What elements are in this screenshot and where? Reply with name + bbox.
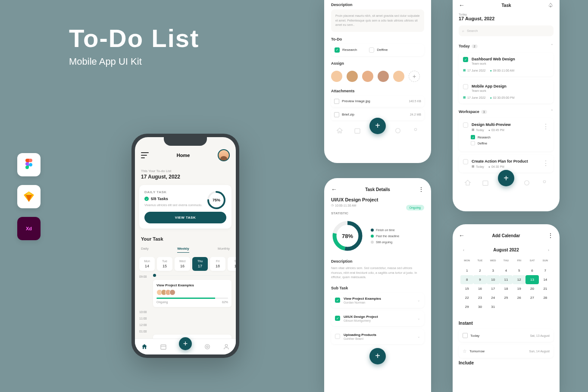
more-icon[interactable]: ⋮ [542,159,549,167]
cal-day[interactable]: 18 [500,284,513,293]
cal-day[interactable]: 26 [513,293,525,302]
checkbox-empty-icon[interactable] [369,47,374,53]
cal-day[interactable]: 2 [473,266,486,275]
chevron-down-icon[interactable]: ⌄ [417,298,420,302]
cal-day[interactable]: 17 [487,284,500,293]
fab-add-button[interactable]: + [369,118,386,134]
task-card[interactable]: Mobile App DesignTeam work ▦17 June 2022… [459,80,554,103]
profile-icon[interactable] [223,343,230,350]
assignee-avatar[interactable] [347,71,358,82]
checkbox-checked-icon[interactable]: ✓ [471,135,475,139]
subtask-row[interactable]: ✓View Project ExamplesGordan Norman⌄ [331,293,424,308]
add-assignee-button[interactable]: + [409,71,420,82]
settings-icon[interactable] [204,343,211,350]
cal-day[interactable]: 23 [473,293,486,302]
cal-day[interactable]: 27 [525,293,538,302]
bell-icon[interactable]: ♤ [548,2,554,9]
subtask-row[interactable]: Uploading ProductsGohther Beard⌄ [331,329,424,344]
cal-day[interactable]: 30 [473,302,486,311]
assignee-avatar[interactable] [393,71,404,82]
cal-day[interactable]: 21 [539,284,552,293]
more-icon[interactable]: ⋮ [542,122,549,131]
subtask-row[interactable]: ✓UI/UX Design ProjectGibson Montgomery⌄ [331,311,424,326]
prev-month-icon[interactable]: ‹ [463,248,464,252]
checkbox-empty-icon[interactable] [463,122,468,128]
attachment-row[interactable]: Preview Image.jpg140.5 KB [331,96,424,107]
checkbox-empty-icon[interactable] [471,141,475,145]
chevron-up-icon[interactable]: ⌃ [550,109,554,113]
avatar[interactable] [218,149,230,161]
checkbox-empty-icon[interactable] [463,84,468,89]
cal-day-selected[interactable]: 13 [525,275,538,284]
cal-day[interactable]: 28 [539,293,552,302]
more-icon[interactable]: ⋮ [418,186,424,193]
next-month-icon[interactable]: › [548,248,549,252]
day-chip[interactable]: Fri18 [210,257,225,271]
cal-day[interactable]: 14 [539,275,552,284]
cal-day[interactable]: 3 [487,266,500,275]
cal-day[interactable]: 31 [487,302,500,311]
home-icon[interactable] [336,127,343,134]
settings-icon[interactable] [523,179,530,186]
task-card[interactable]: ✓Dashboard Web DesignTeam work ▦17 June … [459,53,554,76]
tab-daily[interactable]: Daily [141,245,149,253]
day-chip[interactable]: Tue15 [157,257,172,271]
home-icon[interactable] [464,179,471,186]
todo-item[interactable]: ✓Research [335,47,357,53]
view-task-button[interactable]: VIEW TASK [144,212,226,223]
settings-icon[interactable] [394,127,401,134]
back-icon[interactable]: ← [459,2,465,9]
profile-icon[interactable] [541,179,548,186]
search-input[interactable]: ⌕Search [459,25,554,36]
day-chip-active[interactable]: Thu17 [192,257,208,271]
cal-day[interactable]: 10 [487,275,500,284]
cal-day[interactable]: 20 [525,284,538,293]
day-chip[interactable]: Mon14 [139,257,155,271]
day-chip[interactable]: Wed16 [175,257,190,271]
fab-add-button[interactable]: + [179,337,192,350]
fab-add-button[interactable]: + [369,348,386,364]
cal-day[interactable]: 16 [473,284,486,293]
cal-day[interactable]: 15 [460,284,473,293]
cal-day[interactable]: 29 [460,302,473,311]
cal-day[interactable]: 8 [460,275,473,284]
cal-day[interactable]: 24 [487,293,500,302]
cal-day[interactable]: 1 [460,266,473,275]
tab-weekly[interactable]: Weekly [177,245,189,253]
home-icon[interactable] [141,343,148,350]
more-icon[interactable]: ⋮ [547,232,554,239]
checkbox-checked-icon[interactable]: ✓ [335,316,340,321]
calendar-icon[interactable] [354,127,361,134]
assignee-avatar[interactable] [331,71,342,82]
event-card[interactable]: View Project Examples Ongoing82% [153,280,231,307]
cal-day[interactable]: 11 [500,275,513,284]
menu-icon[interactable] [141,152,149,158]
todo-item[interactable]: Deffine [369,47,388,53]
tab-monthly[interactable]: Monthly [218,245,230,253]
chevron-down-icon[interactable]: ⌄ [417,317,420,320]
cal-day[interactable]: 22 [460,293,473,302]
back-icon[interactable]: ← [459,232,465,239]
cal-day[interactable]: 12 [513,275,525,284]
fab-add-button[interactable]: + [498,170,514,186]
day-chip[interactable]: S1 [228,257,236,271]
calendar-icon[interactable] [160,343,167,350]
assignee-avatar[interactable] [378,71,389,82]
profile-icon[interactable] [412,127,419,134]
assignee-avatar[interactable] [362,71,373,82]
checkbox-checked-icon[interactable]: ✓ [463,57,468,62]
cal-day[interactable]: 7 [539,266,552,275]
chevron-up-icon[interactable]: ⌃ [550,44,554,47]
instant-tomorrow[interactable]: ☆TomorrowSun, 14 August [459,345,554,358]
workspace-task[interactable]: Design Multi-Preview▦Today●03:45 PM⋮ ✓Re… [459,118,554,151]
cal-day[interactable]: 19 [513,284,525,293]
cal-day[interactable]: 9 [473,275,486,284]
cal-day[interactable]: 6 [525,266,538,275]
checkbox-checked-icon[interactable]: ✓ [335,47,340,53]
instant-today[interactable]: TodaySat, 13 August [459,329,554,342]
checkbox-empty-icon[interactable] [335,334,340,339]
chevron-down-icon[interactable]: ⌄ [417,335,420,339]
cal-day[interactable]: 5 [513,266,525,275]
back-icon[interactable]: ← [331,186,337,193]
cal-day[interactable]: 4 [500,266,513,275]
